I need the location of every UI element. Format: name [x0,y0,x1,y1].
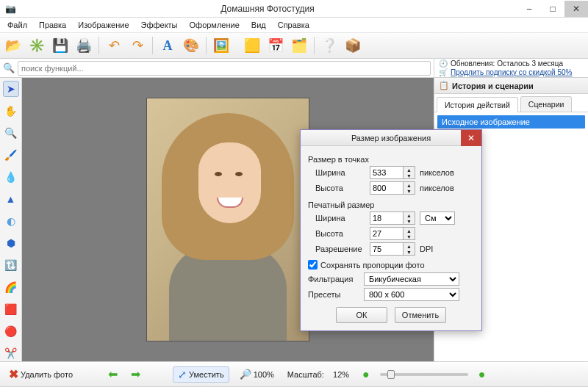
keep-aspect-checkbox[interactable]: Сохранять пропорции фото [308,260,474,270]
frames-icon[interactable]: 🟨 [242,35,262,56]
catalog-icon[interactable]: ✳️ [26,35,47,56]
spin-down-icon[interactable]: ▼ [403,218,415,224]
keep-aspect-input[interactable] [308,260,318,270]
spin-up-icon[interactable]: ▲ [403,167,415,173]
minimize-button[interactable]: – [517,1,541,17]
filter-select[interactable]: Бикубическая [364,272,459,286]
tool-tray: ➤ ✋ 🔍 🖌️ 💧 ▲ ◐ ⬢ 🔃 🌈 🟥 🔴 ✂️ [0,78,22,361]
filter-label: Фильтрация [308,275,359,283]
adjust-tool-icon[interactable]: 🔴 [3,323,19,339]
preset-select[interactable]: 800 x 600 [364,288,459,301]
arrow-right-icon: ➡ [131,367,140,381]
spin-up-icon[interactable]: ▲ [403,243,415,249]
zoom-tool-icon[interactable]: 🔍 [3,125,19,141]
panel-tabs: История действий Сценарии [434,94,588,112]
stamp-tool-icon[interactable]: ⬢ [3,235,19,251]
save-icon[interactable]: 💾 [50,35,71,56]
collage-icon[interactable]: 🗂️ [289,35,309,56]
spin-up-icon[interactable]: ▲ [403,228,415,234]
brush-tool-icon[interactable]: 🖌️ [3,147,19,163]
magnifier-icon: 🔎 [240,369,251,380]
swap-tool-icon[interactable]: 🔃 [3,257,19,273]
separator [98,37,99,54]
photo-preview [147,98,309,341]
dialog-close-button[interactable]: ✕ [461,130,481,146]
update-panel: 🕘Обновления: Осталось 3 месяца 🛒Продлить… [434,58,588,79]
maximize-button[interactable]: □ [541,1,564,17]
radial-tool-icon[interactable]: 🌈 [3,279,19,295]
list-item[interactable]: Исходное изображение [437,115,585,129]
tab-history[interactable]: История действий [437,97,518,112]
palette-icon[interactable]: 🎨 [181,35,201,56]
ok-button[interactable]: ОК [336,307,387,323]
pointer-tool-icon[interactable]: ➤ [3,81,19,97]
update-text: Обновления: Осталось 3 месяца [451,59,563,68]
blur-tool-icon[interactable]: ◐ [3,213,19,229]
zoom-in-button[interactable]: ● [476,366,489,383]
search-input[interactable] [18,61,431,76]
unit-px: пикселов [420,168,454,177]
width-px-input[interactable]: ▲▼ [370,166,415,179]
drop-tool-icon[interactable]: 💧 [3,169,19,185]
unit-px: пикселов [420,184,454,192]
next-button[interactable]: ➡ [128,366,143,383]
spin-down-icon[interactable]: ▼ [403,188,415,194]
cart-icon: 🛒 [439,68,448,77]
keep-aspect-label: Сохранять пропорции фото [320,261,425,270]
spin-down-icon[interactable]: ▼ [403,249,415,255]
close-button[interactable]: ✕ [564,1,588,17]
dialog-titlebar[interactable]: Размер изображения ✕ [301,130,481,146]
open-icon[interactable]: 📂 [3,35,24,56]
minus-icon: ● [362,368,370,381]
redo-icon[interactable]: ↷ [127,35,148,56]
zoom-100-button[interactable]: 🔎100% [237,367,277,381]
box-icon[interactable]: 📦 [343,35,363,56]
fit-button[interactable]: ⤢Уместить [173,366,229,383]
slider-thumb[interactable] [387,370,395,379]
delete-photo-button[interactable]: ✖Удалить фото [6,366,76,383]
spin-up-icon[interactable]: ▲ [403,212,415,218]
separator [314,37,315,54]
menu-effects[interactable]: Эффекты [137,19,182,31]
hand-tool-icon[interactable]: ✋ [3,103,19,119]
width-cm-label: Ширина [315,214,365,223]
spin-up-icon[interactable]: ▲ [403,182,415,188]
plus-icon: ● [478,368,486,381]
crop-tool-icon[interactable]: ✂️ [3,345,19,361]
panel-header: 📋 История и сценарии [434,78,588,94]
effect-tool-icon[interactable]: 🟥 [3,301,19,317]
width-cm-input[interactable]: ▲▼ [370,211,415,225]
width-px-label: Ширина [315,168,365,177]
shape-tool-icon[interactable]: ▲ [3,191,19,207]
zoom-slider[interactable] [380,373,468,376]
scale-value: 12% [333,370,349,379]
search-row: 🔍 🕘Обновления: Осталось 3 месяца 🛒Продли… [0,59,588,78]
effects-icon[interactable]: 🖼️ [211,35,232,56]
section-print: Печатный размер [308,200,474,209]
height-cm-input[interactable]: ▲▼ [370,227,415,240]
menu-image[interactable]: Изображение [74,19,133,31]
separator [206,37,207,54]
text-icon[interactable]: A [157,35,178,56]
menu-file[interactable]: Файл [3,19,32,31]
unit-cm-select[interactable]: См [420,211,455,225]
spin-down-icon[interactable]: ▼ [403,234,415,239]
resolution-input[interactable]: ▲▼ [370,242,415,256]
prev-button[interactable]: ⬅ [105,366,121,383]
clock-icon: 🕘 [439,59,448,68]
height-px-label: Высота [315,184,365,192]
calendar-icon[interactable]: 📅 [265,35,286,56]
menu-decoration[interactable]: Оформление [185,19,244,31]
zoom-out-button[interactable]: ● [359,366,373,383]
help-icon[interactable]: ❔ [319,35,340,56]
tab-scripts[interactable]: Сценарии [520,96,573,112]
menu-edit[interactable]: Правка [35,19,71,31]
undo-icon[interactable]: ↶ [104,35,124,56]
menu-help[interactable]: Справка [273,19,314,31]
menu-view[interactable]: Вид [247,19,270,31]
print-icon[interactable]: 🖨️ [74,35,94,56]
height-px-input[interactable]: ▲▼ [370,181,415,195]
cancel-button[interactable]: Отменить [395,307,446,323]
renew-link[interactable]: Продлить подписку со скидкой 50% [451,68,572,77]
spin-down-icon[interactable]: ▼ [403,173,415,178]
